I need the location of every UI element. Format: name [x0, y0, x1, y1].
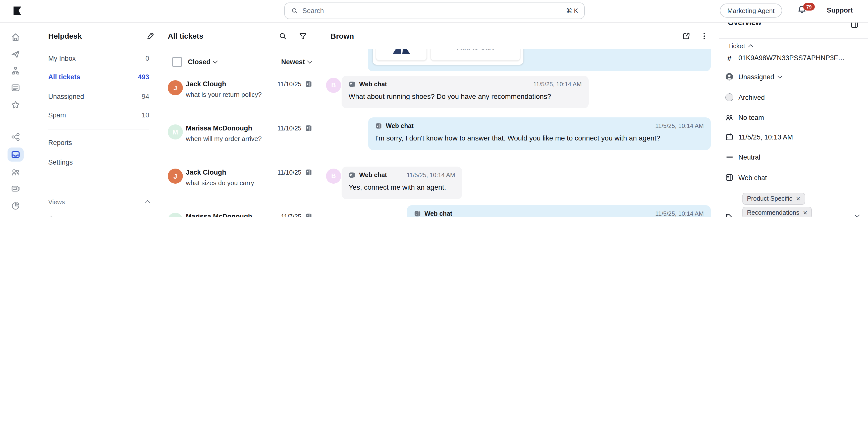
neutral-dash-icon	[725, 153, 734, 162]
chevron-down-icon	[213, 59, 218, 64]
search-icon	[291, 7, 299, 14]
support-link[interactable]: Support	[827, 6, 853, 14]
expand-tags-chevron-icon[interactable]	[855, 212, 860, 217]
tag-icon	[725, 213, 734, 217]
ticket-row[interactable]: M Marissa McDonough11/7/25 I've handed y…	[159, 207, 320, 217]
sidebar-item-all-tickets[interactable]: All tickets493	[31, 68, 159, 85]
edit-icon[interactable]	[146, 32, 155, 41]
send-icon[interactable]	[10, 49, 21, 59]
status-row[interactable]: Archived	[725, 92, 765, 103]
remove-tag-icon[interactable]: ✕	[803, 209, 807, 216]
ticket-id: 01K9A98WZN33PSS7APHNP3F…	[738, 54, 844, 62]
ticket-row[interactable]: J Jack Clough11/10/25 what sizes do you …	[159, 163, 320, 207]
message-bubble-agent: Web chat11/5/25, 10:14 AM I'm sorry, I d…	[368, 118, 711, 150]
sidebar: Helpdesk My Inbox0 All tickets493 Unassi…	[31, 22, 160, 217]
search-icon[interactable]	[278, 32, 287, 41]
webchat-channel-icon	[349, 81, 355, 88]
sidebar-item-reports[interactable]: Reports	[31, 134, 159, 151]
webchat-channel-icon	[349, 172, 355, 179]
star-icon[interactable]	[10, 100, 21, 110]
status-filter-dropdown[interactable]: Closed	[188, 58, 217, 65]
calendar-icon	[725, 132, 734, 141]
avatar: B	[326, 78, 341, 93]
ticket-row[interactable]: J Jack Clough11/10/25 what is your retur…	[159, 74, 320, 119]
sort-dropdown[interactable]: Newest	[281, 58, 311, 65]
team-row[interactable]: No team	[725, 112, 764, 123]
webchat-channel-icon	[305, 80, 312, 88]
team-icon	[725, 113, 734, 122]
top-bar: Search ⌘ K Marketing Agent 79 Support	[0, 0, 868, 23]
message-bubble-product: Add to Cart	[368, 49, 711, 71]
sidebar-item-spam[interactable]: Spam10	[31, 106, 159, 124]
webchat-icon	[725, 173, 734, 182]
search-input[interactable]: Search ⌘ K	[284, 2, 585, 19]
helpdesk-app: Search ⌘ K Marketing Agent 79 Support K …	[0, 0, 868, 217]
avatar: J	[168, 169, 183, 183]
sidebar-item-my-inbox[interactable]: My Inbox0	[31, 50, 159, 67]
avatar: M	[168, 213, 183, 217]
sms-icon	[48, 215, 57, 217]
document-icon[interactable]	[10, 83, 21, 93]
org-chart-icon[interactable]	[10, 66, 21, 76]
contacts-icon[interactable]	[10, 167, 21, 177]
notifications-button[interactable]: 79	[797, 4, 812, 19]
search-placeholder: Search	[302, 7, 562, 14]
sidebar-title: Helpdesk	[48, 32, 82, 40]
share-nodes-icon[interactable]	[10, 132, 21, 142]
message-bubble-customer: Web chat11/5/25, 10:14 AM Yes, connect m…	[342, 167, 462, 199]
brand-logo-icon[interactable]	[12, 6, 22, 15]
ticket-section-header[interactable]: Ticket	[728, 42, 752, 50]
inbox-icon[interactable]	[10, 149, 21, 160]
open-external-icon[interactable]	[682, 32, 691, 41]
created-date-row[interactable]: 11/5/25, 10:13 AM	[725, 131, 793, 142]
ticket-id-row: # 01K9A98WZN33PSS7APHNP3F…	[725, 52, 844, 63]
search-shortcut: ⌘ K	[566, 7, 578, 14]
sidebar-divider	[48, 129, 149, 129]
pie-chart-icon[interactable]	[10, 201, 21, 211]
header-divider	[719, 38, 868, 39]
overview-panel: Overview Ticket # 01K9A98WZN33PSS7APHNP3…	[719, 0, 868, 217]
webchat-channel-icon	[305, 213, 312, 217]
message-thread: Add to Cart B Web chat11/5/25, 10:14 AM …	[320, 49, 719, 217]
tag-chip[interactable]: Recommendations✕	[742, 207, 812, 217]
avatar: M	[168, 125, 183, 139]
workspace-button[interactable]: Marketing Agent	[720, 3, 782, 18]
archived-status-icon	[725, 93, 734, 102]
webchat-channel-icon	[414, 210, 421, 217]
notification-badge: 79	[803, 2, 815, 11]
tag-chip[interactable]: Product Specific✕	[742, 193, 805, 205]
webchat-channel-icon	[375, 123, 382, 129]
ticket-row[interactable]: M Marissa McDonough11/10/25 when will my…	[159, 119, 320, 163]
list-filter-row: Closed Newest	[159, 50, 320, 74]
sidebar-item-settings[interactable]: Settings	[31, 154, 159, 171]
assignee-avatar-icon	[725, 72, 734, 81]
icon-rail: K	[0, 22, 32, 217]
list-title: All tickets	[168, 32, 204, 40]
assignee-row[interactable]: Unassigned	[725, 71, 782, 82]
more-options-icon[interactable]	[700, 32, 709, 41]
views-section-header[interactable]: Views	[48, 199, 149, 206]
sidebar-item-unassigned[interactable]: Unassigned94	[31, 88, 159, 105]
message-bubble-agent: Web chat11/5/25, 10:14 AM I've handed yo…	[407, 205, 711, 217]
chevron-up-icon	[748, 44, 753, 49]
sentiment-row[interactable]: Neutral	[725, 152, 760, 163]
select-all-checkbox[interactable]	[172, 57, 182, 67]
chevron-down-icon	[307, 59, 312, 64]
channel-row[interactable]: Web chat	[725, 172, 767, 183]
message-bubble-customer: Web chat11/5/25, 10:14 AM What about run…	[342, 76, 589, 108]
chevron-up-icon	[145, 200, 150, 205]
webchat-channel-icon	[305, 169, 312, 176]
home-icon[interactable]	[10, 32, 21, 42]
product-card: Add to Cart	[373, 49, 523, 65]
avatar: B	[326, 169, 341, 183]
remove-tag-icon[interactable]: ✕	[796, 195, 800, 202]
conversation-panel: Brown Add to Cart B Web chat11/5/25, 10:…	[320, 22, 720, 217]
add-to-cart-button[interactable]: Add to Cart	[431, 49, 520, 61]
ticket-list-panel: All tickets Closed Newest J Jack Clough1…	[159, 22, 321, 217]
filter-icon[interactable]	[299, 32, 307, 41]
conversation-title: Brown	[331, 32, 354, 40]
news-icon[interactable]	[10, 183, 21, 194]
avatar: J	[168, 80, 183, 95]
sidebar-view-sms[interactable]: SMS5	[31, 211, 159, 217]
webchat-channel-icon	[305, 125, 312, 132]
